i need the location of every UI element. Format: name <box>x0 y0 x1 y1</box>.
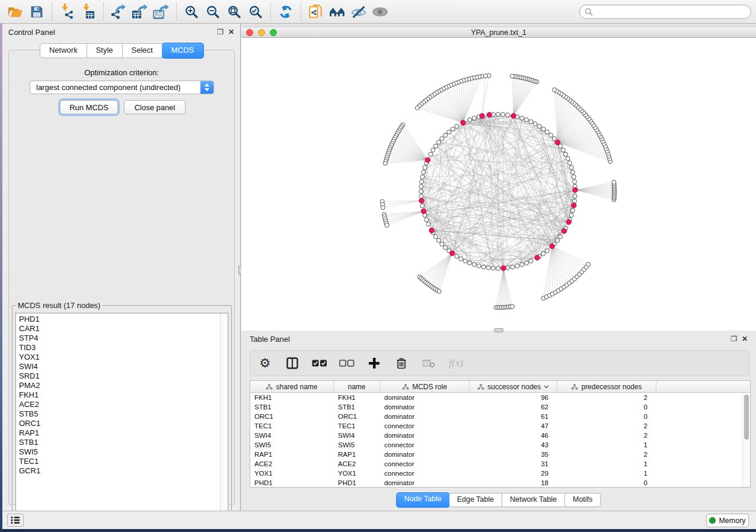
graph-hub-node[interactable] <box>550 244 554 249</box>
network-window-titlebar[interactable]: YPA_prune.txt_1 <box>241 27 756 38</box>
mcds-result-item[interactable]: SWI4 <box>19 362 220 371</box>
save-icon[interactable] <box>26 2 47 21</box>
show-eye-icon[interactable] <box>369 2 391 21</box>
graph-node[interactable] <box>545 249 549 253</box>
mcds-result-item[interactable]: SRD1 <box>19 371 220 381</box>
clone-network-icon[interactable] <box>305 2 327 21</box>
mcds-result-item[interactable]: RAP1 <box>19 428 220 438</box>
mcds-result-item[interactable]: TEC1 <box>19 457 220 466</box>
import-network-icon[interactable] <box>56 2 78 21</box>
graph-hub-node[interactable] <box>573 188 578 193</box>
graph-hub-node[interactable] <box>555 140 560 145</box>
graph-node[interactable] <box>420 180 424 184</box>
graph-node[interactable] <box>570 209 575 213</box>
tab-node-table[interactable]: Node Table <box>396 492 450 508</box>
graph-node[interactable] <box>569 213 573 217</box>
graph-node[interactable] <box>472 116 476 120</box>
graph-node[interactable] <box>431 148 435 152</box>
delete-column-icon[interactable] <box>394 354 409 372</box>
graph-node[interactable] <box>524 261 528 265</box>
graph-node[interactable] <box>573 199 577 203</box>
graph-node[interactable] <box>541 252 546 256</box>
graph-node[interactable] <box>573 194 577 198</box>
graph-node[interactable] <box>451 127 455 131</box>
graph-node[interactable] <box>541 127 546 131</box>
graph-hub-node[interactable] <box>487 113 492 117</box>
mcds-result-item[interactable]: TID3 <box>19 343 220 352</box>
tab-network[interactable]: Network <box>40 43 87 58</box>
add-column-icon[interactable] <box>366 354 382 372</box>
close-panel-icon[interactable]: ✕ <box>228 28 234 36</box>
graph-node[interactable] <box>496 113 500 117</box>
graph-node[interactable] <box>533 122 537 126</box>
mcds-result-list[interactable]: PHD1CAR1STP4TID3YOX1SWI4SRD1PMA2FKH1ACE2… <box>15 313 228 518</box>
graph-hub-node[interactable] <box>421 209 426 213</box>
table-scrollbar[interactable] <box>742 393 750 487</box>
graph-node[interactable] <box>468 261 472 265</box>
graph-node[interactable] <box>385 223 389 227</box>
graph-node[interactable] <box>483 74 487 78</box>
network-graph[interactable] <box>241 38 756 331</box>
graph-node[interactable] <box>561 148 565 152</box>
graph-node[interactable] <box>549 133 553 137</box>
graph-node[interactable] <box>419 194 423 198</box>
mcds-result-item[interactable]: PHD1 <box>19 315 220 324</box>
graph-node[interactable] <box>510 305 514 309</box>
graph-node[interactable] <box>570 170 575 174</box>
graph-node[interactable] <box>472 262 476 267</box>
graph-node[interactable] <box>425 217 429 222</box>
graph-node[interactable] <box>383 161 387 165</box>
zoom-in-icon[interactable] <box>181 2 202 21</box>
graph-node[interactable] <box>423 165 427 169</box>
table-settings-icon[interactable]: ⚙ <box>257 354 273 372</box>
column-header[interactable]: name <box>334 381 380 392</box>
graph-node[interactable] <box>612 180 616 184</box>
graph-node[interactable] <box>511 265 515 269</box>
export-table-icon[interactable] <box>129 2 151 21</box>
mcds-result-item[interactable]: YOX1 <box>19 352 220 362</box>
search-box[interactable] <box>579 5 751 19</box>
horizontal-splitter-handle[interactable] <box>494 328 503 332</box>
graph-hub-node[interactable] <box>535 255 540 260</box>
graph-node[interactable] <box>520 262 524 267</box>
criterion-select[interactable]: largest connected component (undirected) <box>30 81 214 94</box>
graph-node[interactable] <box>455 124 459 129</box>
graph-hub-node[interactable] <box>480 114 484 118</box>
graph-node[interactable] <box>529 259 533 263</box>
graph-hub-node[interactable] <box>501 266 506 271</box>
column-header[interactable]: predecessor nodes <box>557 381 656 392</box>
graph-node[interactable] <box>481 265 486 269</box>
graph-node[interactable] <box>381 206 385 210</box>
mcds-result-item[interactable]: STP4 <box>19 334 220 343</box>
graph-node[interactable] <box>433 144 438 148</box>
search-input[interactable] <box>596 8 746 16</box>
graph-node[interactable] <box>420 204 425 208</box>
run-mcds-button[interactable]: Run MCDS <box>60 100 118 114</box>
graph-node[interactable] <box>468 118 472 122</box>
tab-motifs[interactable]: Motifs <box>565 493 601 507</box>
table-row[interactable]: SWI5SWI5connector431 <box>250 440 750 450</box>
refresh-layout-icon[interactable] <box>275 2 296 21</box>
graph-node[interactable] <box>455 254 459 258</box>
graph-hub-node[interactable] <box>429 228 434 233</box>
export-image-icon[interactable] <box>151 2 172 21</box>
graph-node[interactable] <box>537 124 541 129</box>
tab-select[interactable]: Select <box>123 43 162 58</box>
import-table-icon[interactable] <box>78 2 99 21</box>
graph-node[interactable] <box>556 238 560 242</box>
column-header[interactable]: shared name <box>250 381 334 392</box>
graph-node[interactable] <box>566 156 570 161</box>
graph-node[interactable] <box>415 106 419 110</box>
graph-node[interactable] <box>447 130 451 134</box>
graph-node[interactable] <box>420 175 425 179</box>
table-row[interactable]: TEC1TEC1connector472 <box>250 421 750 431</box>
graph-node[interactable] <box>426 222 430 226</box>
memory-button[interactable]: Memory <box>706 514 749 527</box>
graph-node[interactable] <box>463 259 467 263</box>
graph-node[interactable] <box>433 235 438 239</box>
graph-hub-node[interactable] <box>572 203 576 208</box>
hide-selected-icon[interactable] <box>348 2 369 21</box>
graph-node[interactable] <box>553 88 557 92</box>
graph-node[interactable] <box>444 133 448 137</box>
mcds-result-item[interactable]: SWI5 <box>19 447 220 457</box>
